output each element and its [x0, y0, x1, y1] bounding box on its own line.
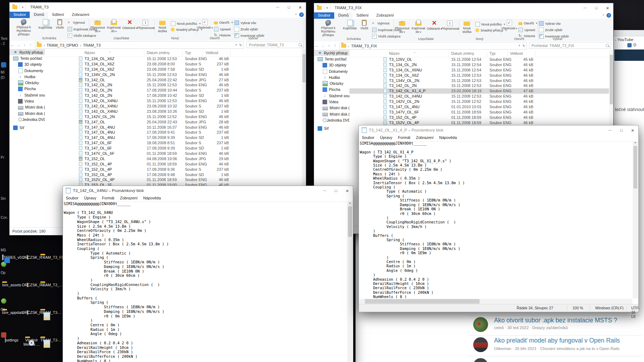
- file-row[interactable]: T3_142_OL_2N 15.11.2008 12:53 Soubor ENG…: [349, 83, 609, 88]
- desktop-icon-fragment-glyph[interactable]: [1, 248, 6, 253]
- up-icon[interactable]: ↑: [332, 43, 338, 48]
- forward-icon[interactable]: →: [16, 42, 22, 47]
- scrollbar[interactable]: ▲: [347, 202, 353, 362]
- close-button[interactable]: [627, 125, 638, 135]
- menu-format[interactable]: Formát: [395, 135, 413, 141]
- desktop-icon[interactable]: TRAM_T3_...: [40, 283, 59, 287]
- thread-avatar[interactable]: [473, 317, 488, 332]
- sidebar-item[interactable]: Tento počítač: [10, 55, 45, 61]
- file-row[interactable]: T3_142_OL_X4NU 15.11.2008 12:53 Soubor E…: [45, 98, 302, 104]
- menu-napoveda[interactable]: Nápověda: [140, 195, 164, 202]
- tab-domu[interactable]: Domů: [30, 12, 48, 18]
- sidebar-item[interactable]: Jednotka DVD R: [314, 117, 349, 123]
- sidebar-item[interactable]: Videa: [10, 98, 45, 104]
- desktop-icon[interactable]: TRAM_T3-...: [40, 310, 59, 315]
- menu-upravy[interactable]: Úpravy: [81, 195, 99, 202]
- sidebar-item[interactable]: Síť: [10, 125, 45, 131]
- file-row[interactable]: T3_134_OL_X6Z 15.11.2008 12:53 Soubor EN…: [349, 73, 609, 78]
- breadcrumb-segment[interactable]: TRAM_T3: [78, 43, 101, 47]
- file-row[interactable]: T3_142_OL_2N 15.11.2008 12:53 Soubor ENG…: [45, 82, 302, 88]
- file-row[interactable]: T3_142_OL_2N 17.08.2008 10:44 Soubor S 2…: [45, 88, 302, 93]
- tab-soubor[interactable]: Soubor: [314, 12, 334, 19]
- sidebar-item[interactable]: Stažené soubory: [10, 92, 45, 98]
- sidebar-item[interactable]: Dokumenty: [10, 68, 45, 74]
- column-header-size[interactable]: Velikost: [205, 51, 218, 55]
- sidebar-item[interactable]: Rychlý přístup: [314, 50, 349, 56]
- menu-napoveda[interactable]: Nápověda: [436, 135, 460, 141]
- sidebar-item[interactable]: Místní disk (D:): [314, 111, 349, 117]
- desktop-icon[interactable]: ORCZSK_Pa...: [22, 310, 41, 315]
- edit-button[interactable]: Upravit: [214, 27, 231, 31]
- desktop-icon[interactable]: TRAM_T3-...: [40, 338, 59, 342]
- move-to-button[interactable]: Přesunout do: [89, 19, 106, 33]
- address-dropdown-icon[interactable]: ∨: [518, 44, 521, 48]
- menu-zobrazeni[interactable]: Zobrazení: [117, 195, 140, 202]
- desktop-icon[interactable]: TRAM_T3_FIX: [40, 255, 59, 259]
- file-row[interactable]: T3_147_OL 25.04.2008 22:43 Soubor JPG 28…: [45, 119, 302, 125]
- tab-domu[interactable]: Domů: [334, 12, 352, 19]
- sidebar-item[interactable]: Hudba: [10, 74, 45, 80]
- pin-to-quick-access-button[interactable]: Připnout k Rychlému přístupu: [11, 19, 36, 36]
- refresh-icon[interactable]: ↻: [239, 43, 242, 47]
- file-row[interactable]: T3_147V_OL_6F 01.11.2008 18:59 Soubor EN…: [45, 151, 302, 156]
- rename-button[interactable]: Přejmenovat: [137, 19, 154, 30]
- maximize-button[interactable]: [616, 125, 627, 135]
- cut-button[interactable]: Vyjmout: [372, 21, 389, 25]
- desktop-icon-fragment-glyph[interactable]: [1, 62, 6, 68]
- tab-zobrazeni[interactable]: Zobrazení: [68, 12, 93, 18]
- title-bar[interactable]: ▾ TRAM_T3_FIX: [314, 3, 613, 12]
- open-button[interactable]: Otevřít: [214, 21, 233, 24]
- sidebar-item[interactable]: Plocha: [314, 87, 349, 93]
- file-row[interactable]: T3_134_OL_X6Z 23.08.2008 7:58 Soubor SD …: [45, 67, 302, 72]
- desktop-icon-fragment-glyph[interactable]: [1, 216, 6, 221]
- text-editor[interactable]: SIMISA@@@@@@@@@@JINX0D0t______ Wagon ( T…: [64, 202, 347, 362]
- sidebar-item[interactable]: Rychlý přístup: [10, 49, 45, 55]
- forward-icon[interactable]: →: [320, 43, 326, 48]
- back-icon[interactable]: ←: [10, 42, 16, 47]
- menu-soubor[interactable]: Soubor: [359, 135, 377, 141]
- help-icon[interactable]: ?: [607, 13, 611, 18]
- file-row[interactable]: T3_142_OL_2N 17.08.2008 10:42 Soubor SD …: [45, 93, 302, 98]
- file-row[interactable]: T3_147_OL_4NU 10.11.2008 16:37 Soubor EN…: [45, 125, 302, 130]
- maximize-button[interactable]: [591, 3, 602, 12]
- desktop-icon-fragment-glyph[interactable]: [1, 76, 6, 81]
- title-bar[interactable]: T3_142_OL_X4NU – Poznámkový blok: [63, 186, 353, 195]
- sidebar-item[interactable]: Obrázky: [10, 80, 45, 86]
- paste-shortcut-button[interactable]: Vložit zástupce: [68, 33, 96, 38]
- file-row[interactable]: T3_142_OL_X4NU 15.11.2008 12:53 Soubor E…: [349, 94, 609, 99]
- quick-access-toolbar-dropdown-icon[interactable]: ▾: [326, 6, 328, 10]
- desktop-icon[interactable]: Vladinír Menšík ...: [22, 338, 41, 346]
- sidebar-item[interactable]: Síť: [314, 125, 349, 132]
- maximize-button[interactable]: [283, 2, 295, 12]
- file-row[interactable]: T3_134V_OL_2N 15.11.2008 12:53 Soubor EN…: [45, 72, 302, 77]
- new-folder-button[interactable]: Nová složka: [460, 20, 474, 34]
- minimize-button[interactable]: [604, 125, 616, 135]
- minimize-button[interactable]: [272, 2, 283, 12]
- help-icon[interactable]: ?: [299, 12, 304, 17]
- file-row[interactable]: T3_142_OL_X4NU 23.08.2008 10:26 Soubor S…: [45, 109, 302, 114]
- recent-locations-icon[interactable]: ∨: [326, 44, 332, 47]
- search-input[interactable]: Prohledat: TRAM_T3_FIX: [529, 42, 611, 49]
- file-row[interactable]: T3_142_OL_X1_4_P 23.02.2009 18:19 Soubor…: [349, 88, 609, 94]
- desktop-icon[interactable]: tsre_appdata: [2, 310, 21, 315]
- file-row[interactable]: T3_142V_OL_2N 15.11.2008 12:52 Soubor EN…: [45, 114, 302, 119]
- quick-access-toolbar-dropdown-icon[interactable]: ▾: [22, 6, 23, 9]
- sidebar-item[interactable]: Místní disk (D:): [10, 110, 45, 116]
- file-row[interactable]: T3_152_OL 04.08.2008 19:06 Soubor JPG 29…: [45, 156, 302, 162]
- tab-zobrazeni[interactable]: Zobrazení: [372, 12, 398, 19]
- thread-title-link[interactable]: Ako otvorit subor .apk bez instalacie MS…: [494, 317, 617, 324]
- desktop-icon[interactable]: ORCZSK_Pa...: [22, 283, 41, 287]
- file-row[interactable]: T3_142_OL 25.04.2008 22:42 Soubor JPG 27…: [45, 77, 302, 83]
- file-row[interactable]: T3_126V_OL 15.11.2008 12:54 Soubor ENG 4…: [349, 57, 609, 62]
- breadcrumb[interactable]: TRAM_T3_DPMOTRAM_T3 ∨↻: [35, 41, 244, 49]
- breadcrumb-segment[interactable]: TRAM_T3_DPMO: [42, 43, 78, 47]
- sidebar-item[interactable]: 3D objekty: [314, 62, 349, 68]
- search-input[interactable]: Prohledat: TRAM_T3: [246, 41, 304, 48]
- sidebar-item[interactable]: Jednotka DVD R: [10, 116, 45, 122]
- desktop-icon[interactable]: settings: [2, 338, 21, 342]
- open-button[interactable]: Otevřít: [518, 21, 537, 25]
- desktop-icon-fragment-glyph[interactable]: [1, 42, 6, 47]
- thread-title-link[interactable]: Ako preladiť model aby fungoval v Open R…: [494, 337, 620, 344]
- desktop-icon-fragment-glyph[interactable]: [1, 271, 6, 276]
- file-row[interactable]: T3_147_OL_6F 18.08.2008 8:51 Soubor S 23…: [45, 140, 302, 146]
